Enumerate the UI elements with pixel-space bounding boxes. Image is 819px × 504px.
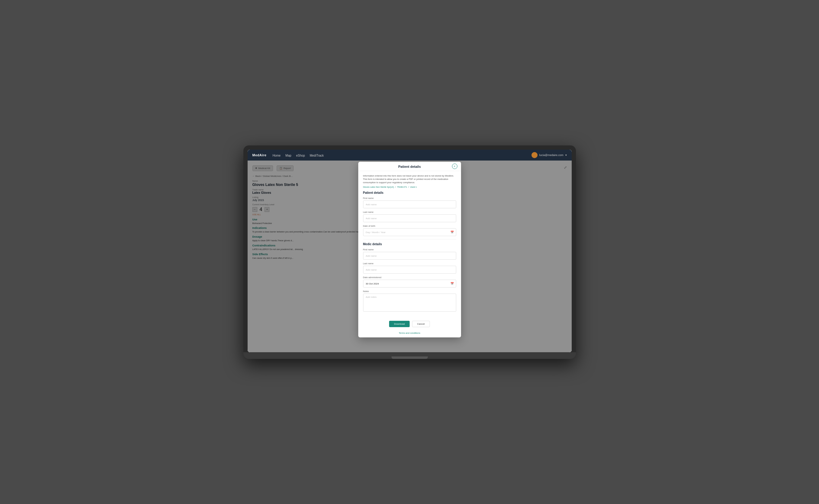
nav-home[interactable]: Home [272, 154, 281, 157]
terms-link[interactable]: Terms and conditions [399, 332, 420, 334]
download-button[interactable]: Download [389, 321, 410, 327]
main-content: ✚ Medical Kit 📋 Report ← Back / Global M… [248, 161, 572, 352]
date-administered-wrapper: 📅 [363, 280, 456, 288]
modal-body: Information entered into this form does … [358, 171, 461, 319]
date-administered-group: Date administered 📅 [363, 276, 456, 288]
patient-first-name-label: First name [363, 197, 456, 200]
laptop-base [243, 352, 576, 359]
breadcrumb-item3: Used 1 [410, 186, 417, 188]
notes-label: Notes [363, 290, 456, 293]
app-container: MedAire Home Map eShop MediTrack lucia@m… [248, 150, 572, 352]
nav-logo: MedAire [252, 153, 267, 157]
patient-dob-wrapper: 📅 [363, 228, 456, 236]
laptop-screen: MedAire Home Map eShop MediTrack lucia@m… [248, 150, 572, 352]
patient-last-name-label: Last name [363, 211, 456, 213]
terms-link-container: Terms and conditions [358, 330, 461, 337]
modal-info-text: Information entered into this form does … [363, 174, 456, 184]
notes-group: Notes [363, 290, 456, 313]
nav-eshop[interactable]: eShop [296, 154, 305, 157]
modal-breadcrumb: Gloves Latex Non Sterile Spr(x4) / 75448… [363, 186, 456, 188]
divider-1 [363, 239, 456, 239]
modal-overlay: Patient details × Information entered in… [248, 161, 572, 352]
medic-first-name-input[interactable] [363, 252, 456, 260]
breadcrumb-item2: 75448-071 [397, 186, 407, 188]
patient-last-name-group: Last name [363, 211, 456, 222]
user-email: lucia@medaire.com [539, 154, 564, 157]
chevron-down-icon: ▾ [565, 154, 567, 157]
patient-dob-group: Date of birth 📅 [363, 225, 456, 236]
date-administered-input[interactable] [363, 280, 456, 288]
modal-dialog: Patient details × Information entered in… [358, 162, 461, 338]
medic-last-name-input[interactable] [363, 266, 456, 274]
notes-textarea[interactable] [363, 294, 456, 312]
avatar [531, 152, 538, 158]
nav-user: lucia@medaire.com ▾ [531, 152, 567, 158]
medic-last-name-label: Last name [363, 262, 456, 265]
patient-first-name-group: First name [363, 197, 456, 208]
medic-first-name-label: First name [363, 248, 456, 251]
cancel-button[interactable]: Cancel [412, 321, 430, 327]
modal-actions: Download Cancel [358, 319, 461, 330]
breadcrumb-item1: Gloves Latex Non Sterile Spr(x4) [363, 186, 394, 188]
patient-dob-input[interactable] [363, 228, 456, 236]
close-icon: × [454, 165, 455, 168]
nav-map[interactable]: Map [285, 154, 291, 157]
patient-last-name-input[interactable] [363, 214, 456, 222]
nav-links: Home Map eShop MediTrack [272, 152, 323, 158]
patient-first-name-input[interactable] [363, 200, 456, 208]
patient-section-title: Patient details [363, 191, 456, 194]
nav-bar: MedAire Home Map eShop MediTrack lucia@m… [248, 150, 572, 161]
date-administered-label: Date administered [363, 276, 456, 279]
patient-dob-label: Date of birth [363, 225, 456, 227]
modal-header: Patient details × [358, 162, 461, 171]
modal-title: Patient details [398, 165, 421, 168]
nav-meditrack[interactable]: MediTrack [310, 154, 323, 157]
medic-last-name-group: Last name [363, 262, 456, 274]
medic-first-name-group: First name [363, 248, 456, 260]
medic-section-title: Medic details [363, 242, 456, 246]
close-button[interactable]: × [452, 164, 457, 169]
